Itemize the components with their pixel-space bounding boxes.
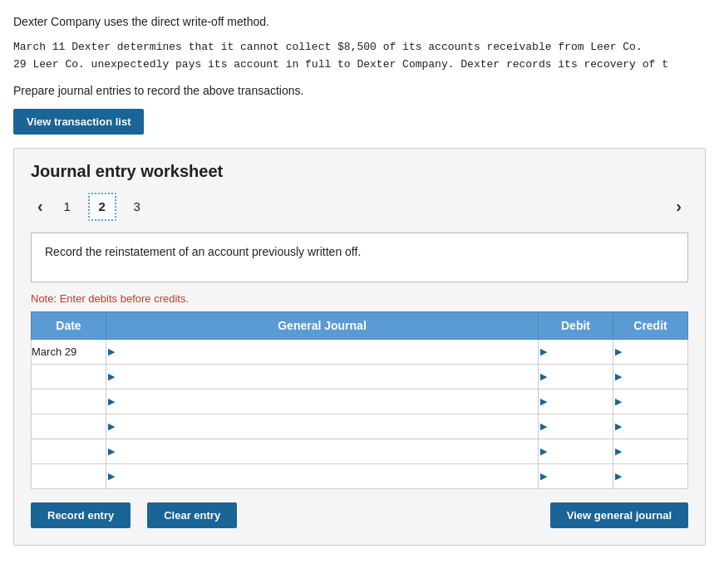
debit-input[interactable] bbox=[539, 439, 613, 463]
journal-input[interactable] bbox=[106, 414, 538, 439]
debit-cell[interactable]: ▶ bbox=[539, 389, 613, 414]
credit-input[interactable] bbox=[613, 439, 687, 463]
debit-cell[interactable]: ▶ bbox=[539, 463, 613, 488]
journal-input[interactable] bbox=[106, 365, 538, 389]
intro-line3: 29 Leer Co. unexpectedly pays its accoun… bbox=[13, 56, 706, 74]
debit-arrow-icon: ▶ bbox=[540, 446, 547, 457]
prepare-text: Prepare journal entries to record the ab… bbox=[13, 84, 706, 97]
col-header-date: Date bbox=[32, 311, 106, 339]
prev-arrow[interactable]: ‹ bbox=[31, 195, 50, 218]
date-cell bbox=[32, 389, 106, 414]
debit-arrow-icon: ▶ bbox=[540, 396, 547, 407]
tab-2[interactable]: 2 bbox=[88, 193, 116, 221]
col-header-journal: General Journal bbox=[106, 311, 539, 339]
table-row: ▶▶▶ bbox=[32, 463, 688, 488]
table-row: ▶▶▶ bbox=[32, 364, 688, 389]
debit-input[interactable] bbox=[539, 464, 613, 488]
debit-input[interactable] bbox=[539, 365, 613, 389]
journal-cell[interactable]: ▶ bbox=[106, 364, 539, 389]
journal-input[interactable] bbox=[106, 464, 538, 488]
credit-input[interactable] bbox=[613, 414, 687, 439]
worksheet-title: Journal entry worksheet bbox=[31, 162, 688, 181]
row-arrow-icon: ▶ bbox=[108, 446, 115, 457]
journal-cell[interactable]: ▶ bbox=[106, 439, 539, 463]
credit-arrow-icon: ▶ bbox=[615, 471, 622, 482]
table-row: ▶▶▶ bbox=[32, 414, 688, 439]
table-row: ▶▶▶ bbox=[32, 439, 688, 463]
debit-cell[interactable]: ▶ bbox=[539, 339, 613, 364]
row-arrow-icon: ▶ bbox=[108, 421, 115, 432]
debit-input[interactable] bbox=[539, 340, 613, 364]
debit-arrow-icon: ▶ bbox=[540, 421, 547, 432]
row-arrow-icon: ▶ bbox=[108, 471, 115, 482]
col-header-debit: Debit bbox=[539, 311, 613, 339]
debit-cell[interactable]: ▶ bbox=[539, 364, 613, 389]
credit-cell[interactable]: ▶ bbox=[613, 414, 688, 439]
date-cell bbox=[32, 364, 106, 389]
record-description: Record the reinstatement of an account p… bbox=[31, 233, 688, 282]
credit-cell[interactable]: ▶ bbox=[613, 463, 688, 488]
credit-cell[interactable]: ▶ bbox=[613, 389, 688, 414]
credit-arrow-icon: ▶ bbox=[615, 346, 622, 357]
credit-input[interactable] bbox=[613, 390, 687, 414]
journal-input[interactable] bbox=[106, 439, 538, 463]
credit-cell[interactable]: ▶ bbox=[613, 339, 688, 364]
credit-input[interactable] bbox=[613, 464, 687, 488]
debit-input[interactable] bbox=[539, 414, 613, 439]
table-row: ▶▶▶ bbox=[32, 389, 688, 414]
debit-input[interactable] bbox=[539, 390, 613, 414]
date-cell: March 29 bbox=[32, 339, 106, 364]
journal-input[interactable] bbox=[106, 340, 538, 364]
bottom-buttons: Record entry Clear entry View general jo… bbox=[31, 502, 688, 528]
date-cell bbox=[32, 439, 106, 463]
clear-entry-button[interactable]: Clear entry bbox=[147, 502, 237, 528]
next-arrow[interactable]: › bbox=[669, 195, 688, 218]
journal-input[interactable] bbox=[106, 390, 538, 414]
date-cell bbox=[32, 463, 106, 488]
credit-arrow-icon: ▶ bbox=[615, 396, 622, 407]
tab-3[interactable]: 3 bbox=[123, 193, 151, 221]
debit-cell[interactable]: ▶ bbox=[539, 414, 613, 439]
row-arrow-icon: ▶ bbox=[108, 346, 115, 357]
debit-arrow-icon: ▶ bbox=[540, 371, 547, 382]
table-row: March 29▶▶▶ bbox=[32, 339, 688, 364]
credit-cell[interactable]: ▶ bbox=[613, 364, 688, 389]
debit-cell[interactable]: ▶ bbox=[539, 439, 613, 463]
note-text: Note: Enter debits before credits. bbox=[31, 292, 688, 305]
col-header-credit: Credit bbox=[613, 311, 688, 339]
journal-cell[interactable]: ▶ bbox=[106, 339, 539, 364]
credit-arrow-icon: ▶ bbox=[615, 446, 622, 457]
intro-line2: March 11 Dexter determines that it canno… bbox=[13, 39, 706, 56]
record-entry-button[interactable]: Record entry bbox=[31, 502, 131, 528]
credit-arrow-icon: ▶ bbox=[615, 421, 622, 432]
journal-cell[interactable]: ▶ bbox=[106, 414, 539, 439]
debit-arrow-icon: ▶ bbox=[540, 471, 547, 482]
intro-line1: Dexter Company uses the direct write-off… bbox=[13, 13, 706, 31]
credit-arrow-icon: ▶ bbox=[615, 371, 622, 382]
credit-cell[interactable]: ▶ bbox=[613, 439, 688, 463]
view-transaction-button[interactable]: View transaction list bbox=[13, 109, 144, 135]
view-general-journal-button[interactable]: View general journal bbox=[550, 502, 688, 528]
row-arrow-icon: ▶ bbox=[108, 396, 115, 407]
journal-entry-worksheet: Journal entry worksheet ‹ 1 2 3 › Record… bbox=[13, 148, 706, 546]
journal-table: Date General Journal Debit Credit March … bbox=[31, 311, 688, 489]
tab-1[interactable]: 1 bbox=[53, 193, 81, 221]
credit-input[interactable] bbox=[613, 365, 687, 389]
journal-cell[interactable]: ▶ bbox=[106, 463, 539, 488]
tab-navigation: ‹ 1 2 3 › bbox=[31, 193, 688, 221]
debit-arrow-icon: ▶ bbox=[540, 346, 547, 357]
date-cell bbox=[32, 414, 106, 439]
journal-cell[interactable]: ▶ bbox=[106, 389, 539, 414]
row-arrow-icon: ▶ bbox=[108, 371, 115, 382]
credit-input[interactable] bbox=[613, 340, 687, 364]
